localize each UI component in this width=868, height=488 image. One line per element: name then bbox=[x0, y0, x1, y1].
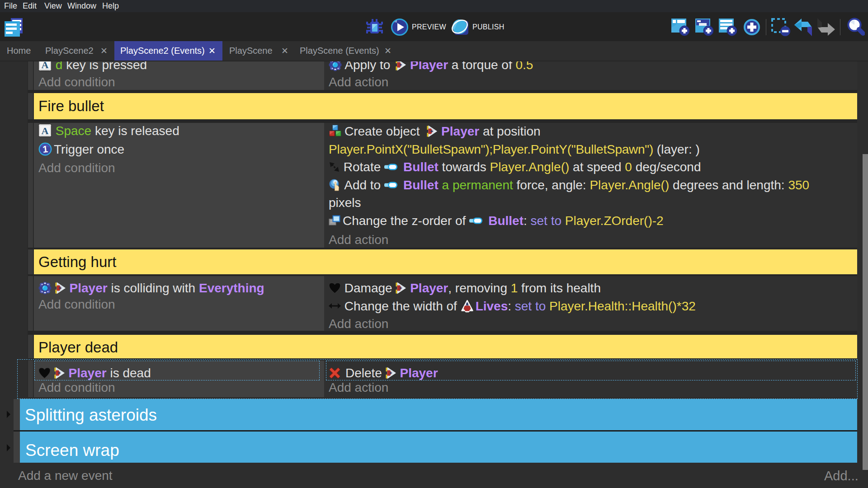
svg-text:A: A bbox=[42, 125, 49, 136]
